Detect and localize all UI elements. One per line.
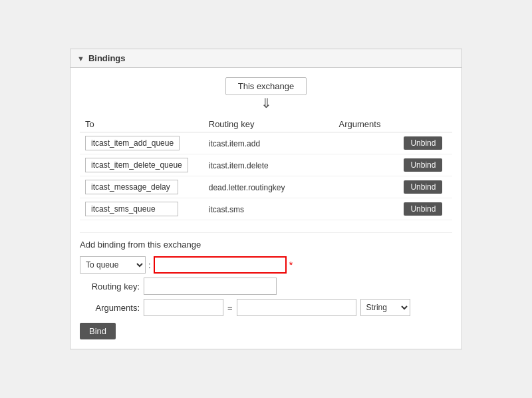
table-row: itcast_item_delete_queueitcast.item.dele… xyxy=(80,154,452,176)
cell-arguments xyxy=(334,154,399,176)
arguments-row: Arguments: = StringNumberBoolean xyxy=(80,299,452,316)
cell-arguments xyxy=(334,132,399,154)
unbind-button[interactable]: Unbind xyxy=(404,202,442,216)
exchange-flow: This exchange ⇓ xyxy=(80,77,452,111)
col-header-routing-key: Routing key xyxy=(203,116,334,132)
to-queue-input[interactable] xyxy=(154,256,287,274)
cell-routing-key: dead.letter.routingkey xyxy=(203,176,334,198)
cell-routing-key: itcast.item.add xyxy=(203,132,334,154)
equals-sign: = xyxy=(227,303,233,313)
panel-header: ▼ Bindings xyxy=(70,49,462,68)
to-queue-select[interactable]: To queueTo exchange xyxy=(80,256,146,274)
table-row: itcast_sms_queueitcast.smsUnbind xyxy=(80,198,452,220)
cell-to: itcast_item_delete_queue xyxy=(80,154,203,176)
colon-separator: : xyxy=(148,260,151,270)
queue-name-box: itcast_message_delay xyxy=(85,180,178,194)
arguments-value-input[interactable] xyxy=(237,299,356,316)
add-binding-title: Add binding from this exchange xyxy=(80,240,452,250)
arguments-key-input[interactable] xyxy=(144,299,223,316)
cell-arguments xyxy=(334,198,399,220)
unbind-button[interactable]: Unbind xyxy=(404,180,442,194)
col-header-action xyxy=(398,116,452,132)
panel-body: This exchange ⇓ To Routing key Arguments… xyxy=(70,68,462,349)
queue-name-box: itcast_sms_queue xyxy=(85,202,178,216)
cell-to: itcast_sms_queue xyxy=(80,198,203,220)
routing-key-input[interactable] xyxy=(144,278,277,295)
panel-title: Bindings xyxy=(88,53,126,63)
exchange-label: This exchange xyxy=(225,77,307,95)
cell-routing-key: itcast.item.delete xyxy=(203,154,334,176)
cell-action: Unbind xyxy=(398,176,452,198)
cell-to: itcast_item_add_queue xyxy=(80,132,203,154)
arguments-label: Arguments: xyxy=(80,303,140,313)
cell-arguments xyxy=(334,176,399,198)
col-header-arguments: Arguments xyxy=(334,116,399,132)
required-star: * xyxy=(289,260,293,270)
col-header-to: To xyxy=(80,116,203,132)
table-row: itcast_item_add_queueitcast.item.addUnbi… xyxy=(80,132,452,154)
cell-routing-key: itcast.sms xyxy=(203,198,334,220)
to-queue-row: To queueTo exchange : * xyxy=(80,256,452,274)
routing-key-label: Routing key: xyxy=(80,282,140,292)
table-row: itcast_message_delaydead.letter.routingk… xyxy=(80,176,452,198)
bindings-table: To Routing key Arguments itcast_item_add… xyxy=(80,116,452,220)
bind-button[interactable]: Bind xyxy=(80,323,116,339)
queue-name-box: itcast_item_add_queue xyxy=(85,136,180,150)
cell-action: Unbind xyxy=(398,198,452,220)
queue-name-box: itcast_item_delete_queue xyxy=(85,158,188,172)
cell-action: Unbind xyxy=(398,132,452,154)
flow-down-arrow-icon: ⇓ xyxy=(261,95,272,111)
unbind-button[interactable]: Unbind xyxy=(404,136,442,150)
bindings-panel: ▼ Bindings This exchange ⇓ To Routing ke… xyxy=(70,49,462,349)
unbind-button[interactable]: Unbind xyxy=(404,158,442,172)
cell-to: itcast_message_delay xyxy=(80,176,203,198)
collapse-arrow-icon[interactable]: ▼ xyxy=(77,55,84,63)
cell-action: Unbind xyxy=(398,154,452,176)
arguments-type-select[interactable]: StringNumberBoolean xyxy=(360,299,410,316)
add-binding-section: Add binding from this exchange To queueT… xyxy=(80,232,452,339)
routing-key-row: Routing key: xyxy=(80,278,452,295)
